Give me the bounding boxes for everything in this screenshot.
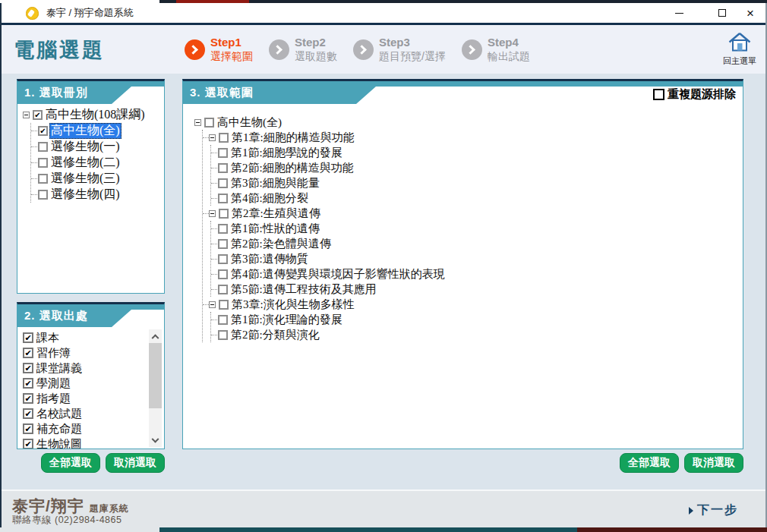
source-item[interactable]: ✔學測題 [23, 376, 147, 391]
tree-node[interactable]: 第1節:細胞學說的發展 [211, 145, 741, 160]
source-item[interactable]: ✔名校試題 [23, 406, 147, 421]
tree-label[interactable]: 第2節:細胞的構造與功能 [229, 161, 355, 175]
tree-checkbox[interactable] [38, 158, 48, 168]
tree-checkbox[interactable] [218, 163, 228, 173]
tree-label[interactable]: 高中生物(全) [49, 123, 122, 139]
tree-node[interactable]: 第1章:細胞的構造與功能 [203, 130, 741, 145]
tree-checkbox[interactable] [38, 142, 48, 152]
tree-label[interactable]: 第2節:染色體與遺傳 [229, 237, 333, 251]
source-item[interactable]: ✔補充命題 [23, 421, 147, 436]
scope-deselect-all-button[interactable]: 取消選取 [684, 453, 743, 473]
tree-node[interactable]: ✔高中生物(全) [31, 123, 163, 139]
source-checkbox[interactable]: ✔ [23, 332, 33, 343]
tree-node[interactable]: 第1節:演化理論的發展 [211, 312, 741, 327]
tree-checkbox[interactable] [218, 148, 228, 158]
source-item[interactable]: ✔課堂講義 [23, 360, 147, 376]
source-item[interactable]: ✔習作簿 [23, 345, 147, 360]
tree-checkbox[interactable] [218, 178, 228, 188]
minimize-button[interactable] [667, 3, 691, 23]
tree-label[interactable]: 選修生物(一) [49, 139, 122, 155]
scroll-down-icon[interactable] [149, 435, 162, 447]
source-deselect-all-button[interactable]: 取消選取 [106, 453, 165, 473]
source-item[interactable]: ✔生物說圖 [23, 436, 147, 449]
tree-checkbox[interactable] [219, 300, 229, 310]
source-item[interactable]: ✔指考題 [23, 391, 147, 406]
tree-label[interactable]: 第3節:遺傳物質 [229, 252, 310, 266]
tree-node[interactable]: 高中生物(全) [194, 115, 741, 130]
collapse-minus-icon[interactable] [209, 301, 216, 308]
source-checkbox[interactable]: ✔ [23, 408, 33, 419]
tree-label[interactable]: 第1節:細胞學說的發展 [229, 146, 344, 160]
tree-checkbox[interactable] [204, 118, 214, 127]
tree-node[interactable]: 第4節:遺傳變異與環境因子影響性狀的表現 [211, 266, 741, 282]
tree-checkbox[interactable] [218, 269, 228, 279]
tree-label[interactable]: 第2章:生殖與遺傳 [230, 206, 322, 221]
tree-label[interactable]: 第1節:性狀的遺傳 [229, 222, 321, 236]
tree-node[interactable]: 第3節:遺傳物質 [211, 251, 741, 266]
home-button[interactable]: 回主選單 [718, 32, 761, 67]
tree-checkbox[interactable] [218, 239, 228, 249]
scroll-up-icon[interactable] [149, 329, 162, 342]
tree-node[interactable]: 第2節:染色體與遺傳 [211, 236, 741, 251]
next-step-button[interactable]: 下一步 [689, 502, 738, 518]
tree-label[interactable]: 選修生物(二) [49, 155, 122, 171]
tree-checkbox[interactable]: ✔ [33, 110, 43, 120]
tree-checkbox[interactable] [218, 285, 228, 294]
tree-checkbox[interactable] [218, 224, 228, 234]
tree-label[interactable]: 選修生物(三) [49, 171, 122, 187]
tree-label[interactable]: 第3章:演化與生物多樣性 [230, 297, 356, 312]
tree-node[interactable]: 選修生物(一) [31, 139, 163, 155]
source-checkbox[interactable]: ✔ [23, 378, 33, 389]
tree-checkbox[interactable] [219, 209, 229, 219]
source-checkbox[interactable]: ✔ [23, 348, 33, 358]
dedupe-option[interactable]: 重複題源排除 [653, 87, 736, 102]
scroll-thumb[interactable] [149, 343, 162, 408]
tree-label[interactable]: 第1章:細胞的構造與功能 [230, 131, 356, 145]
collapse-minus-icon[interactable] [209, 210, 216, 217]
tree-node[interactable]: 第5節:遺傳工程技術及其應用 [211, 282, 741, 297]
collapse-minus-icon[interactable] [209, 134, 216, 141]
scope-select-all-button[interactable]: 全部選取 [620, 453, 679, 473]
tree-node[interactable]: 第2節:分類與演化 [211, 327, 741, 342]
tree-node[interactable]: 第3章:演化與生物多樣性 [203, 297, 741, 312]
tree-label[interactable]: 第5節:遺傳工程技術及其應用 [229, 282, 378, 297]
source-select-all-button[interactable]: 全部選取 [41, 453, 100, 473]
tree-node[interactable]: 第4節:細胞分裂 [211, 190, 741, 206]
tree-checkbox[interactable] [218, 194, 228, 203]
dedupe-checkbox[interactable] [653, 89, 664, 100]
tree-label[interactable]: 第4節:遺傳變異與環境因子影響性狀的表現 [229, 267, 447, 282]
source-checkbox[interactable]: ✔ [23, 439, 33, 449]
tree-node[interactable]: 選修生物(二) [31, 155, 163, 171]
tree-checkbox[interactable] [38, 190, 48, 200]
tree-checkbox[interactable] [38, 174, 48, 184]
maximize-button[interactable] [710, 3, 734, 23]
tree-node[interactable]: 第3節:細胞與能量 [211, 175, 741, 190]
tree-node[interactable]: 第1節:性狀的遺傳 [211, 221, 741, 236]
collapse-minus-icon[interactable] [194, 119, 201, 126]
tree-checkbox[interactable]: ✔ [38, 126, 48, 136]
collapse-minus-icon[interactable] [23, 112, 30, 118]
app-icon [26, 7, 39, 20]
tree-label[interactable]: 高中生物(108課綱) [44, 107, 147, 123]
tree-label[interactable]: 第4節:細胞分裂 [229, 191, 310, 206]
tree-checkbox[interactable] [218, 330, 228, 340]
source-item[interactable]: ✔課本 [23, 330, 147, 345]
tree-node[interactable]: 選修生物(三) [31, 171, 163, 187]
tree-node[interactable]: 選修生物(四) [31, 187, 163, 203]
tree-label[interactable]: 第3節:細胞與能量 [229, 176, 321, 190]
tree-label[interactable]: 高中生物(全) [216, 115, 283, 130]
tree-checkbox[interactable] [218, 315, 228, 325]
tree-node[interactable]: 第2章:生殖與遺傳 [203, 206, 741, 221]
tree-checkbox[interactable] [218, 254, 228, 264]
tree-label[interactable]: 第2節:分類與演化 [229, 328, 321, 342]
tree-checkbox[interactable] [219, 133, 229, 143]
tree-label[interactable]: 選修生物(四) [49, 187, 122, 203]
source-checkbox[interactable]: ✔ [23, 363, 33, 373]
source-checkbox[interactable]: ✔ [23, 393, 33, 404]
tree-label[interactable]: 第1節:演化理論的發展 [229, 313, 344, 327]
source-checkbox[interactable]: ✔ [23, 423, 33, 434]
tree-node[interactable]: 第2節:細胞的構造與功能 [211, 160, 741, 175]
scrollbar[interactable] [149, 329, 162, 447]
close-button[interactable]: × [738, 3, 762, 23]
tree-node[interactable]: ✔高中生物(108課綱) [23, 107, 163, 123]
